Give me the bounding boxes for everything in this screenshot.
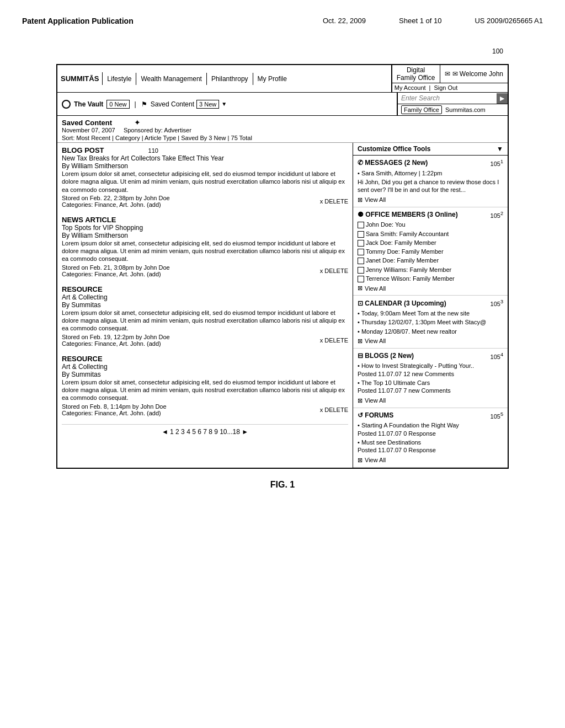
search-button[interactable]: ▶	[497, 93, 508, 104]
saved-content-date: November 07, 2007 Sponsored by: Advertis…	[62, 127, 252, 133]
vault-section: The Vault 0 New | ⚑ Saved Content 3 New …	[57, 93, 397, 115]
search-input[interactable]	[398, 93, 497, 104]
saved-content-btn[interactable]: Saved Content 3 New ▼	[151, 100, 227, 109]
office-member-7: Terrence Wilson: Family Member	[358, 275, 503, 282]
content-item-1: BLOG POST 110 New Tax Breaks for Art Col…	[62, 146, 348, 208]
nav-left: SUMMITĀS Lifestyle Wealth Management Phi…	[57, 65, 392, 92]
widget-calendar-viewall[interactable]: ⊠ View All	[358, 338, 503, 345]
my-account-link[interactable]: My Account	[395, 84, 426, 91]
vault-circle-icon	[62, 100, 71, 109]
content-number-1: 110	[148, 147, 158, 154]
widget-forums: ↺ FORUMS 1055 • Starting A Foundation th…	[353, 408, 508, 468]
viewall-calendar-icon: ⊠	[358, 338, 363, 345]
content-stored-3: Stored on Feb. 19, 12:2pm by John Doe	[62, 334, 170, 340]
content-delete-3[interactable]: x DELETE	[320, 337, 348, 344]
vault-new-badge: 0 New	[106, 100, 129, 109]
widget-blogs-viewall[interactable]: ⊠ View All	[358, 397, 503, 404]
widget-office-header: ⚈ OFFICE MEMBERS (3 Online) 1052	[358, 211, 503, 219]
content-categories-1: Categories: Finance, Art. John. (add)	[62, 201, 170, 208]
widget-office-number: 1052	[491, 211, 503, 219]
widget-forums-viewall[interactable]: ⊠ View All	[358, 457, 503, 464]
office-member-4: Tommy Doe: Family Member	[358, 248, 503, 255]
saved-content-title: Saved Content	[62, 119, 112, 127]
widget-office-viewall[interactable]: ⊠ View All	[358, 285, 503, 292]
widget-blogs-number: 1054	[491, 352, 503, 360]
content-item-3: RESOURCE Art & Collecting By Summitas Lo…	[62, 285, 348, 347]
sc-header-left: Saved Content ✦ November 07, 2007 Sponso…	[62, 118, 252, 141]
nav-right: Digital Family Office ✉ ✉ Welcome John M…	[392, 65, 508, 92]
vault-label[interactable]: The Vault	[74, 100, 103, 108]
saved-flag-icon: ⚑	[141, 100, 147, 108]
nav-items: Lifestyle Wealth Management Philanthropy…	[103, 73, 291, 85]
content-headline-1: New Tax Breaks for Art Collectors Take E…	[62, 154, 348, 162]
widget-calendar-header: ⊡ CALENDAR (3 Upcoming) 1053	[358, 299, 503, 307]
nav-item-wealth[interactable]: Wealth Management	[136, 73, 207, 85]
checkbox-icon	[358, 240, 364, 247]
saved-content-header: Saved Content ✦ November 07, 2007 Sponso…	[57, 116, 508, 143]
content-type-3: RESOURCE	[62, 285, 348, 293]
content-type-1: BLOG POST	[62, 146, 104, 154]
label-100: 100	[492, 47, 503, 55]
pagination[interactable]: ◄ 1 2 3 4 5 6 7 8 9 10...18 ►	[62, 424, 348, 439]
office-member-5: Janet Doe: Family Member	[358, 256, 503, 264]
content-delete-4[interactable]: x DELETE	[320, 406, 348, 413]
blogs-icon: ⊟	[358, 352, 363, 360]
customize-label: Customize Office Tools	[358, 145, 430, 153]
viewall-office-icon: ⊠	[358, 285, 363, 292]
content-author-1: By William Smitherson	[62, 162, 348, 170]
widget-calendar: ⊡ CALENDAR (3 Upcoming) 1053 • Today, 9:…	[353, 296, 508, 349]
content-meta-2: Stored on Feb. 21, 3:08pm by John Doe Ca…	[62, 264, 348, 277]
checkbox-checked-icon	[358, 222, 364, 228]
viewall-forums-icon: ⊠	[358, 457, 363, 464]
saved-new-badge: 3 New	[196, 100, 219, 109]
nav-item-myprofile[interactable]: My Profile	[253, 73, 291, 85]
ui-container: SUMMITĀS Lifestyle Wealth Management Phi…	[56, 64, 509, 469]
widget-messages-number: 1051	[491, 159, 503, 167]
right-column: Customize Office Tools ▼ ✆ MESSAGES (2 N…	[353, 143, 508, 468]
content-delete-1[interactable]: x DELETE	[320, 198, 348, 205]
content-author-3: By Summitas	[62, 301, 348, 309]
widget-forums-header: ↺ FORUMS 1055	[358, 411, 503, 420]
messages-icon: ✆	[358, 159, 363, 167]
patent-date: Oct. 22, 2009	[323, 17, 366, 25]
widget-forums-number: 1055	[491, 411, 503, 420]
widget-messages-viewall[interactable]: ⊠ View All	[358, 196, 503, 204]
checkbox-icon	[358, 267, 364, 274]
nav-item-lifestyle[interactable]: Lifestyle	[103, 73, 136, 85]
viewall-messages-icon: ⊠	[358, 196, 363, 204]
office-member-1: John Doe: You	[358, 221, 503, 228]
blog-item-2: • The Top 10 Ultimate CarsPosted 11.07.0…	[358, 379, 503, 395]
nav-right-top: Digital Family Office ✉ ✉ Welcome John	[392, 65, 508, 83]
widget-blogs-header: ⊟ BLOGS (2 New) 1054	[358, 352, 503, 360]
office-member-3: Jack Doe: Family Member	[358, 239, 503, 247]
nav-item-philanthropy[interactable]: Philanthropy	[207, 73, 253, 85]
customize-bar: Customize Office Tools ▼	[353, 143, 508, 156]
nav-welcome[interactable]: ✉ ✉ Welcome John	[440, 65, 508, 83]
content-type-2: NEWS ARTICLE	[62, 216, 348, 224]
sign-out-link[interactable]: Sign Out	[434, 84, 457, 91]
forums-icon: ↺	[358, 411, 363, 419]
calendar-item-3: • Monday 12/08/07. Meet new realtor	[358, 328, 503, 335]
content-body-1: Lorem ipsum dolor sit amet, consectetur …	[62, 170, 348, 194]
customize-dropdown-icon[interactable]: ▼	[497, 145, 503, 153]
content-delete-2[interactable]: x DELETE	[320, 267, 348, 274]
mail-icon: ✉	[445, 70, 450, 78]
widget-messages: ✆ MESSAGES (2 New) 1051 • Sara Smith, At…	[353, 156, 508, 207]
patent-sheet: Sheet 1 of 10	[399, 17, 441, 25]
patent-header: Patent Application Publication Oct. 22, …	[22, 11, 543, 31]
widget-blogs-title: ⊟ BLOGS (2 New)	[358, 352, 414, 360]
content-headline-3: Art & Collecting	[62, 293, 348, 301]
widget-messages-item-2: Hi John, Did you get a chance to review …	[358, 178, 503, 194]
checkbox-icon	[358, 276, 364, 282]
widget-messages-item-1: • Sara Smith, Attorney | 1:22pm	[358, 169, 503, 177]
widget-blogs: ⊟ BLOGS (2 New) 1054 • How to Invest Str…	[353, 349, 508, 408]
saved-dropdown-arrow: ▼	[221, 101, 227, 107]
patent-title: Patent Application Publication	[22, 17, 134, 25]
checkbox-icon	[358, 249, 364, 255]
content-body-2: Lorem ipsum dolor sit amet, consectetur …	[62, 239, 348, 263]
content-meta-3: Stored on Feb. 19, 12:2pm by John Doe Ca…	[62, 334, 348, 347]
widget-forums-title: ↺ FORUMS	[358, 411, 393, 419]
figure-caption: FIG. 1	[22, 480, 543, 490]
search-scope[interactable]: Family Office	[401, 105, 442, 114]
nav-brand: SUMMITĀS	[57, 72, 103, 85]
